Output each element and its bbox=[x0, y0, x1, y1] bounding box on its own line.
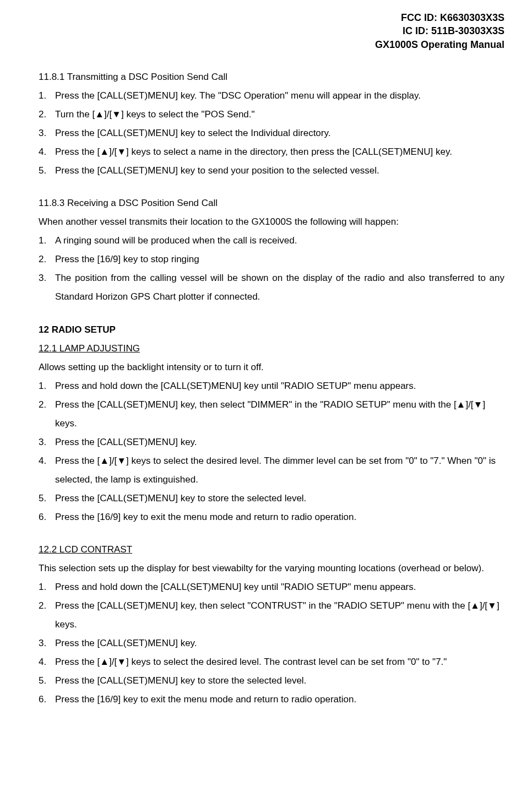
section-12-2-title: 12.2 LCD CONTRAST bbox=[39, 540, 504, 559]
list-item: 1.Press and hold down the [CALL(SET)MENU… bbox=[39, 377, 504, 395]
list-text: Press the [CALL(SET)MENU] key to store t… bbox=[55, 671, 504, 690]
list-number: 6. bbox=[39, 690, 55, 709]
list-text: Press the [CALL(SET)MENU] key to store t… bbox=[55, 489, 504, 508]
list-text: Press the [CALL(SET)MENU] key. bbox=[55, 634, 504, 653]
list-number: 1. bbox=[39, 231, 55, 250]
list-number: 6. bbox=[39, 508, 55, 527]
list-item: 3.The position from the calling vessel w… bbox=[39, 269, 504, 306]
list-text: Press the [▲]/[▼] keys to select the des… bbox=[55, 653, 504, 671]
list-item: 2.Press the [CALL(SET)MENU] key, then se… bbox=[39, 395, 504, 433]
list-item: 1.Press and hold down the [CALL(SET)MENU… bbox=[39, 578, 504, 597]
list-text: Press the [▲]/[▼] keys to select a name … bbox=[55, 143, 504, 161]
list-number: 3. bbox=[39, 124, 55, 143]
list-text: Press the [16/9] key to exit the menu mo… bbox=[55, 690, 504, 709]
header-line-fcc: FCC ID: K6630303X3S bbox=[39, 11, 504, 24]
list-text: Press the [CALL(SET)MENU] key, then sele… bbox=[55, 395, 504, 433]
list-item: 1.A ringing sound will be produced when … bbox=[39, 231, 504, 250]
list-item: 2.Press the [16/9] key to stop ringing bbox=[39, 250, 504, 269]
list-item: 4.Press the [▲]/[▼] keys to select the d… bbox=[39, 452, 504, 489]
list-item: 2.Turn the [▲]/[▼] keys to select the "P… bbox=[39, 105, 504, 124]
list-text: Turn the [▲]/[▼] keys to select the "POS… bbox=[55, 105, 504, 124]
list-number: 2. bbox=[39, 395, 55, 433]
section-12-2-steps: 1.Press and hold down the [CALL(SET)MENU… bbox=[39, 578, 504, 709]
list-number: 2. bbox=[39, 105, 55, 124]
list-number: 5. bbox=[39, 161, 55, 180]
list-text: The position from the calling vessel wil… bbox=[55, 269, 504, 306]
list-number: 2. bbox=[39, 250, 55, 269]
list-text: Press the [CALL(SET)MENU] key. The "DSC … bbox=[55, 86, 504, 105]
list-item: 3.Press the [CALL(SET)MENU] key to selec… bbox=[39, 124, 504, 143]
page-header: FCC ID: K6630303X3S IC ID: 511B-30303X3S… bbox=[39, 11, 504, 51]
section-11-8-1-title: 11.8.1 Transmitting a DSC Position Send … bbox=[39, 68, 504, 86]
section-12-2-intro: This selection sets up the display for b… bbox=[39, 559, 504, 578]
list-text: Press the [▲]/[▼] keys to select the des… bbox=[55, 452, 504, 489]
list-item: 1.Press the [CALL(SET)MENU] key. The "DS… bbox=[39, 86, 504, 105]
list-number: 1. bbox=[39, 377, 55, 395]
header-line-manual: GX1000S Operating Manual bbox=[39, 38, 504, 51]
list-text: Press the [CALL(SET)MENU] key to select … bbox=[55, 124, 504, 143]
list-item: 5.Press the [CALL(SET)MENU] key to store… bbox=[39, 489, 504, 508]
header-line-ic: IC ID: 511B-30303X3S bbox=[39, 24, 504, 37]
list-text: Press the [16/9] key to stop ringing bbox=[55, 250, 504, 269]
list-item: 6.Press the [16/9] key to exit the menu … bbox=[39, 690, 504, 709]
list-text: Press the [16/9] key to exit the menu mo… bbox=[55, 508, 504, 527]
list-item: 3.Press the [CALL(SET)MENU] key. bbox=[39, 634, 504, 653]
list-item: 6.Press the [16/9] key to exit the menu … bbox=[39, 508, 504, 527]
list-item: 3.Press the [CALL(SET)MENU] key. bbox=[39, 433, 504, 452]
list-number: 4. bbox=[39, 143, 55, 161]
section-11-8-3-title: 11.8.3 Receiving a DSC Position Send Cal… bbox=[39, 194, 504, 213]
list-text: Press the [CALL(SET)MENU] key to send yo… bbox=[55, 161, 504, 180]
section-12-1-title: 12.1 LAMP ADJUSTING bbox=[39, 339, 504, 358]
list-number: 3. bbox=[39, 433, 55, 452]
list-number: 5. bbox=[39, 489, 55, 508]
list-item: 4.Press the [▲]/[▼] keys to select the d… bbox=[39, 653, 504, 671]
section-11-8-3-intro: When another vessel transmits their loca… bbox=[39, 213, 504, 231]
list-number: 2. bbox=[39, 597, 55, 634]
section-11-8-1-steps: 1.Press the [CALL(SET)MENU] key. The "DS… bbox=[39, 86, 504, 180]
list-text: Press the [CALL(SET)MENU] key, then sele… bbox=[55, 597, 504, 634]
list-text: Press the [CALL(SET)MENU] key. bbox=[55, 433, 504, 452]
list-number: 4. bbox=[39, 653, 55, 671]
section-12-title: 12 RADIO SETUP bbox=[39, 321, 504, 339]
section-11-8-3-steps: 1.A ringing sound will be produced when … bbox=[39, 231, 504, 306]
list-item: 5.Press the [CALL(SET)MENU] key to store… bbox=[39, 671, 504, 690]
list-text: Press and hold down the [CALL(SET)MENU] … bbox=[55, 578, 504, 597]
list-number: 5. bbox=[39, 671, 55, 690]
list-item: 2.Press the [CALL(SET)MENU] key, then se… bbox=[39, 597, 504, 634]
list-number: 1. bbox=[39, 86, 55, 105]
list-number: 1. bbox=[39, 578, 55, 597]
section-12-1-intro: Allows setting up the backlight intensit… bbox=[39, 358, 504, 377]
list-text: A ringing sound will be produced when th… bbox=[55, 231, 504, 250]
list-number: 3. bbox=[39, 269, 55, 306]
list-item: 5.Press the [CALL(SET)MENU] key to send … bbox=[39, 161, 504, 180]
list-item: 4.Press the [▲]/[▼] keys to select a nam… bbox=[39, 143, 504, 161]
section-12-1-steps: 1.Press and hold down the [CALL(SET)MENU… bbox=[39, 377, 504, 527]
list-number: 4. bbox=[39, 452, 55, 489]
list-text: Press and hold down the [CALL(SET)MENU] … bbox=[55, 377, 504, 395]
list-number: 3. bbox=[39, 634, 55, 653]
